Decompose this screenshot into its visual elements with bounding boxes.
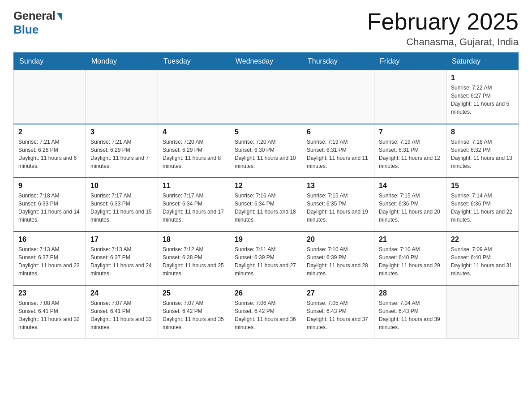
- calendar-cell: 28Sunrise: 7:04 AMSunset: 6:43 PMDayligh…: [374, 285, 446, 339]
- col-friday: Friday: [374, 53, 446, 70]
- logo: General Blue: [13, 9, 62, 37]
- col-monday: Monday: [86, 53, 158, 70]
- day-info: Sunrise: 7:15 AMSunset: 6:35 PMDaylight:…: [307, 192, 369, 224]
- location-subtitle: Chanasma, Gujarat, India: [367, 36, 519, 48]
- day-info: Sunrise: 7:09 AMSunset: 6:40 PMDaylight:…: [451, 245, 514, 278]
- logo-general-text: General: [13, 9, 62, 23]
- day-number: 11: [163, 182, 225, 190]
- calendar-cell: 22Sunrise: 7:09 AMSunset: 6:40 PMDayligh…: [446, 231, 519, 285]
- day-number: 26: [235, 289, 297, 297]
- calendar-cell: 19Sunrise: 7:11 AMSunset: 6:39 PMDayligh…: [230, 231, 302, 285]
- day-info: Sunrise: 7:13 AMSunset: 6:37 PMDaylight:…: [90, 245, 153, 278]
- month-year-title: February 2025: [367, 9, 519, 34]
- day-number: 9: [18, 182, 81, 190]
- week-row-1: 1Sunrise: 7:22 AMSunset: 6:27 PMDaylight…: [14, 70, 519, 124]
- day-info: Sunrise: 7:17 AMSunset: 6:34 PMDaylight:…: [163, 192, 225, 224]
- calendar-cell: [374, 70, 446, 124]
- day-number: 15: [451, 182, 514, 190]
- day-number: 24: [90, 289, 153, 297]
- calendar-cell: 7Sunrise: 7:19 AMSunset: 6:31 PMDaylight…: [374, 124, 446, 178]
- day-number: 8: [451, 128, 514, 136]
- day-info: Sunrise: 7:13 AMSunset: 6:37 PMDaylight:…: [18, 245, 81, 278]
- week-row-4: 16Sunrise: 7:13 AMSunset: 6:37 PMDayligh…: [14, 231, 519, 285]
- day-info: Sunrise: 7:15 AMSunset: 6:36 PMDaylight:…: [379, 192, 442, 224]
- col-wednesday: Wednesday: [230, 53, 302, 70]
- calendar-cell: 25Sunrise: 7:07 AMSunset: 6:42 PMDayligh…: [158, 285, 230, 339]
- day-info: Sunrise: 7:18 AMSunset: 6:33 PMDaylight:…: [18, 192, 81, 224]
- day-number: 5: [235, 128, 297, 136]
- day-info: Sunrise: 7:19 AMSunset: 6:31 PMDaylight:…: [379, 138, 442, 170]
- day-info: Sunrise: 7:10 AMSunset: 6:40 PMDaylight:…: [379, 245, 442, 278]
- day-number: 28: [379, 289, 442, 297]
- week-row-3: 9Sunrise: 7:18 AMSunset: 6:33 PMDaylight…: [14, 178, 519, 231]
- page-header: General Blue February 2025 Chanasma, Guj…: [13, 9, 519, 48]
- calendar-cell: 9Sunrise: 7:18 AMSunset: 6:33 PMDaylight…: [14, 178, 86, 231]
- day-info: Sunrise: 7:16 AMSunset: 6:34 PMDaylight:…: [235, 192, 297, 224]
- logo-blue-text: Blue: [13, 23, 39, 37]
- calendar-cell: 5Sunrise: 7:20 AMSunset: 6:30 PMDaylight…: [230, 124, 302, 178]
- calendar-cell: 11Sunrise: 7:17 AMSunset: 6:34 PMDayligh…: [158, 178, 230, 231]
- day-number: 7: [379, 128, 442, 136]
- calendar-cell: 18Sunrise: 7:12 AMSunset: 6:38 PMDayligh…: [158, 231, 230, 285]
- calendar-cell: 4Sunrise: 7:20 AMSunset: 6:29 PMDaylight…: [158, 124, 230, 178]
- day-number: 17: [90, 235, 153, 244]
- col-sunday: Sunday: [14, 53, 86, 70]
- calendar-cell: 27Sunrise: 7:05 AMSunset: 6:43 PMDayligh…: [302, 285, 374, 339]
- day-info: Sunrise: 7:19 AMSunset: 6:31 PMDaylight:…: [307, 138, 369, 170]
- day-info: Sunrise: 7:21 AMSunset: 6:29 PMDaylight:…: [90, 138, 153, 170]
- day-number: 16: [18, 235, 81, 244]
- day-info: Sunrise: 7:14 AMSunset: 6:36 PMDaylight:…: [451, 192, 514, 224]
- day-info: Sunrise: 7:18 AMSunset: 6:32 PMDaylight:…: [451, 138, 514, 170]
- logo-arrow-icon: [57, 13, 62, 21]
- day-number: 2: [18, 128, 81, 136]
- calendar-cell: [86, 70, 158, 124]
- day-number: 27: [307, 289, 369, 297]
- title-section: February 2025 Chanasma, Gujarat, India: [367, 9, 519, 48]
- day-info: Sunrise: 7:10 AMSunset: 6:39 PMDaylight:…: [307, 245, 369, 278]
- day-info: Sunrise: 7:11 AMSunset: 6:39 PMDaylight:…: [235, 245, 297, 278]
- calendar-cell: 15Sunrise: 7:14 AMSunset: 6:36 PMDayligh…: [446, 178, 519, 231]
- calendar-cell: 14Sunrise: 7:15 AMSunset: 6:36 PMDayligh…: [374, 178, 446, 231]
- day-number: 23: [18, 289, 81, 297]
- day-info: Sunrise: 7:04 AMSunset: 6:43 PMDaylight:…: [379, 299, 442, 331]
- calendar-cell: 12Sunrise: 7:16 AMSunset: 6:34 PMDayligh…: [230, 178, 302, 231]
- day-info: Sunrise: 7:21 AMSunset: 6:28 PMDaylight:…: [18, 138, 81, 170]
- week-row-2: 2Sunrise: 7:21 AMSunset: 6:28 PMDaylight…: [14, 124, 519, 178]
- day-number: 12: [235, 182, 297, 190]
- calendar-cell: [302, 70, 374, 124]
- col-thursday: Thursday: [302, 53, 374, 70]
- calendar-cell: 20Sunrise: 7:10 AMSunset: 6:39 PMDayligh…: [302, 231, 374, 285]
- day-number: 19: [235, 235, 297, 244]
- col-saturday: Saturday: [446, 53, 519, 70]
- calendar-cell: [446, 285, 519, 339]
- day-number: 20: [307, 235, 369, 244]
- day-number: 25: [163, 289, 225, 297]
- day-number: 1: [451, 74, 514, 82]
- calendar-cell: [230, 70, 302, 124]
- day-info: Sunrise: 7:22 AMSunset: 6:27 PMDaylight:…: [451, 84, 514, 116]
- day-info: Sunrise: 7:06 AMSunset: 6:42 PMDaylight:…: [235, 299, 297, 331]
- calendar-table: Sunday Monday Tuesday Wednesday Thursday…: [13, 52, 519, 339]
- day-number: 21: [379, 235, 442, 244]
- calendar-cell: [158, 70, 230, 124]
- day-number: 6: [307, 128, 369, 136]
- col-tuesday: Tuesday: [158, 53, 230, 70]
- calendar-cell: [14, 70, 86, 124]
- calendar-cell: 26Sunrise: 7:06 AMSunset: 6:42 PMDayligh…: [230, 285, 302, 339]
- calendar-cell: 17Sunrise: 7:13 AMSunset: 6:37 PMDayligh…: [86, 231, 158, 285]
- day-info: Sunrise: 7:07 AMSunset: 6:41 PMDaylight:…: [90, 299, 153, 331]
- calendar-cell: 8Sunrise: 7:18 AMSunset: 6:32 PMDaylight…: [446, 124, 519, 178]
- day-number: 3: [90, 128, 153, 136]
- day-number: 22: [451, 235, 514, 244]
- day-number: 10: [90, 182, 153, 190]
- calendar-cell: 3Sunrise: 7:21 AMSunset: 6:29 PMDaylight…: [86, 124, 158, 178]
- day-number: 14: [379, 182, 442, 190]
- week-row-5: 23Sunrise: 7:08 AMSunset: 6:41 PMDayligh…: [14, 285, 519, 339]
- day-number: 18: [163, 235, 225, 244]
- calendar-header-row: Sunday Monday Tuesday Wednesday Thursday…: [14, 53, 519, 70]
- calendar-cell: 16Sunrise: 7:13 AMSunset: 6:37 PMDayligh…: [14, 231, 86, 285]
- calendar-cell: 24Sunrise: 7:07 AMSunset: 6:41 PMDayligh…: [86, 285, 158, 339]
- day-info: Sunrise: 7:17 AMSunset: 6:33 PMDaylight:…: [90, 192, 153, 224]
- calendar-cell: 13Sunrise: 7:15 AMSunset: 6:35 PMDayligh…: [302, 178, 374, 231]
- calendar-cell: 23Sunrise: 7:08 AMSunset: 6:41 PMDayligh…: [14, 285, 86, 339]
